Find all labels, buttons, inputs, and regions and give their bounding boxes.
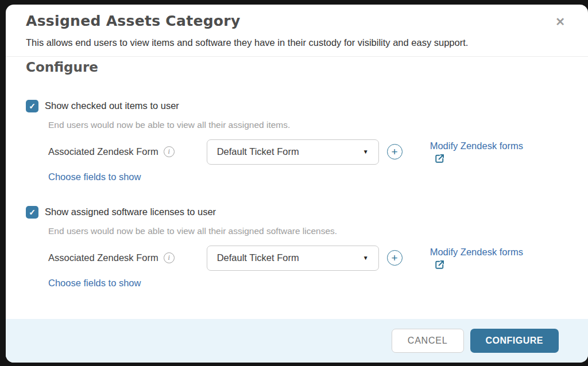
choose-fields-link[interactable]: Choose fields to show	[48, 278, 141, 289]
helper-text: End users would now be able to view all …	[48, 120, 562, 130]
checkmark-icon: ✓	[29, 102, 36, 111]
modal-description: This allows end users to view items and …	[26, 35, 505, 50]
chevron-down-icon: ▼	[363, 255, 369, 261]
checkmark-icon: ✓	[29, 208, 36, 217]
dropdown-value: Default Ticket Form	[217, 252, 299, 263]
checkbox-row: ✓ Show assigned software licenses to use…	[26, 206, 562, 219]
associated-form-label: Associated Zendesk Form	[48, 146, 158, 157]
modify-zendesk-forms-link[interactable]: Modify Zendesk forms	[430, 247, 545, 258]
checkbox-show-software-licenses[interactable]: ✓	[26, 206, 38, 219]
add-form-icon[interactable]: +	[387, 250, 403, 266]
info-icon[interactable]: i	[164, 146, 175, 157]
modify-forms-block: Modify Zendesk forms	[430, 247, 545, 270]
close-icon[interactable]: ✕	[553, 14, 567, 30]
info-icon[interactable]: i	[164, 252, 175, 263]
zendesk-form-row: Associated Zendesk Form i Default Ticket…	[48, 246, 562, 271]
configure-heading: Configure	[26, 60, 562, 75]
modify-zendesk-forms-link[interactable]: Modify Zendesk forms	[430, 141, 545, 151]
checkbox-label: Show assigned software licenses to user	[45, 207, 216, 217]
external-link-icon[interactable]	[435, 259, 445, 270]
modify-forms-block: Modify Zendesk forms	[430, 141, 545, 163]
section-checked-out-items: ✓ Show checked out items to user End use…	[26, 100, 562, 182]
checkbox-show-checked-out-items[interactable]: ✓	[26, 100, 38, 112]
cancel-button[interactable]: CANCEL	[392, 329, 464, 353]
dropdown-value: Default Ticket Form	[217, 146, 299, 157]
checkbox-row: ✓ Show checked out items to user	[26, 100, 562, 112]
ticket-form-dropdown[interactable]: Default Ticket Form ▼	[207, 246, 379, 271]
section-software-licenses: ✓ Show assigned software licenses to use…	[26, 206, 562, 289]
add-form-icon[interactable]: +	[387, 144, 403, 159]
zendesk-form-row: Associated Zendesk Form i Default Ticket…	[48, 139, 562, 165]
modal-body: Configure ✓ Show checked out items to us…	[6, 50, 588, 319]
chevron-down-icon: ▼	[363, 149, 369, 155]
modal-title: Assigned Assets Category	[26, 13, 562, 29]
checkbox-label: Show checked out items to user	[45, 100, 179, 111]
modal-footer: CANCEL CONFIGURE	[6, 319, 588, 363]
ticket-form-dropdown[interactable]: Default Ticket Form ▼	[207, 139, 379, 165]
configure-button[interactable]: CONFIGURE	[470, 329, 559, 353]
helper-text: End users would now be able to view all …	[48, 226, 562, 236]
external-link-icon[interactable]	[435, 153, 445, 163]
assigned-assets-modal: Assigned Assets Category ✕ This allows e…	[6, 5, 588, 363]
modal-header: Assigned Assets Category ✕ This allows e…	[6, 5, 588, 50]
choose-fields-link[interactable]: Choose fields to show	[48, 172, 141, 182]
associated-form-label: Associated Zendesk Form	[48, 252, 158, 263]
